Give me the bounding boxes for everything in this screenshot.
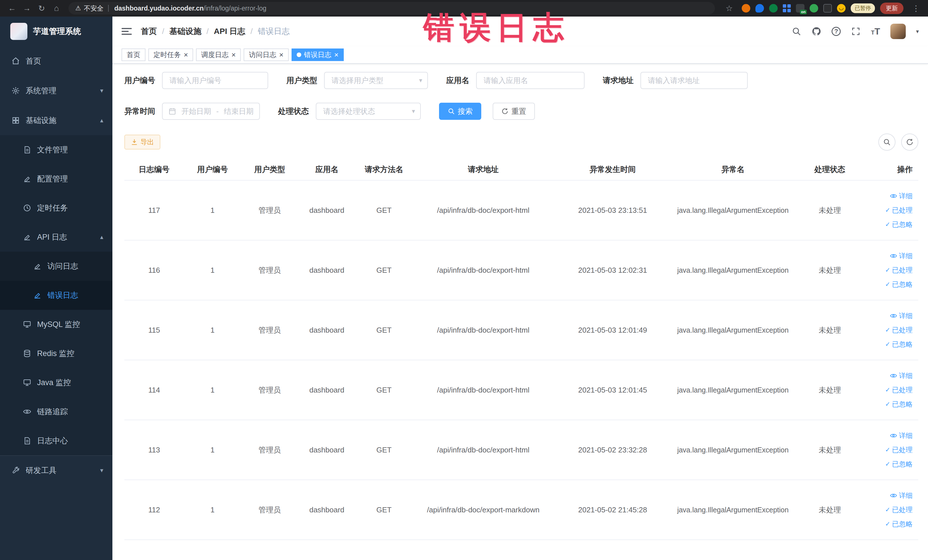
sidebar-item-tracing[interactable]: 链路追踪 [0, 397, 112, 426]
monitor-icon [23, 378, 31, 387]
check-icon: ✓ [885, 327, 890, 333]
github-icon[interactable] [812, 26, 821, 36]
help-icon[interactable]: ? [832, 27, 841, 36]
sidebar-item-log-center[interactable]: 日志中心 [0, 426, 112, 455]
extension-red-icon[interactable] [742, 4, 750, 12]
tab-home[interactable]: 首页 [122, 49, 145, 61]
browser-menu-icon[interactable]: ⋮ [908, 4, 923, 13]
tab-error-log[interactable]: 错误日志× [292, 49, 344, 61]
sidebar-item-dev-tools[interactable]: 研发工具 ▾ [0, 455, 112, 485]
tab-scheduler-log[interactable]: 调度日志× [196, 49, 241, 61]
extension-green-v-icon[interactable] [769, 4, 778, 12]
breadcrumb-item-home[interactable]: 首页 [141, 26, 157, 37]
sidebar-toggle-icon[interactable] [122, 28, 132, 35]
extension-on-badge-icon[interactable]: on [796, 4, 804, 12]
user-type-select[interactable] [324, 72, 428, 89]
fullscreen-icon[interactable] [851, 26, 861, 36]
extension-blue-drop-icon[interactable] [756, 4, 764, 12]
browser-update-button[interactable]: 更新 [880, 3, 904, 14]
mark-processed-link[interactable]: ✓已处理 [885, 445, 913, 455]
reset-button[interactable]: 重置 [493, 103, 535, 120]
bookmark-star-icon[interactable]: ☆ [722, 4, 737, 13]
cell-url: /api/infra/db-doc/export-html [412, 360, 554, 420]
font-size-icon[interactable]: TT [871, 26, 880, 37]
close-icon[interactable]: × [184, 51, 188, 58]
tab-scheduled-jobs[interactable]: 定时任务× [148, 49, 193, 61]
sidebar-label: 基础设施 [26, 115, 56, 125]
user-avatar[interactable] [890, 24, 906, 39]
tab-access-log[interactable]: 访问日志× [244, 49, 288, 61]
toggle-search-button[interactable] [878, 134, 896, 151]
mark-processed-link[interactable]: ✓已处理 [885, 505, 913, 514]
mark-processed-link[interactable]: ✓已处理 [885, 385, 913, 395]
export-button[interactable]: 导出 [124, 135, 160, 150]
sidebar-item-mysql-monitor[interactable]: MySQL 监控 [0, 310, 112, 339]
close-icon[interactable]: × [279, 51, 283, 58]
detail-link[interactable]: 详细 [890, 311, 913, 320]
search-icon[interactable] [792, 26, 801, 36]
detail-link[interactable]: 详细 [890, 491, 913, 500]
sidebar-label: API 日志 [37, 232, 67, 242]
detail-link[interactable]: 详细 [890, 191, 913, 201]
refresh-table-button[interactable] [901, 134, 918, 151]
paused-badge[interactable]: 已暂停 [851, 3, 875, 13]
extension-grid-icon[interactable] [783, 4, 791, 12]
mark-processed-link[interactable]: ✓已处理 [885, 325, 913, 335]
mark-ignored-link[interactable]: ✓已忽略 [885, 400, 913, 409]
app-title: 芋道管理系统 [33, 26, 81, 37]
cell-method: GET [356, 300, 412, 360]
extension-green-icon[interactable] [810, 4, 818, 12]
sidebar-item-api-logs[interactable]: API 日志 ▴ [0, 223, 112, 252]
app-name-input[interactable] [476, 72, 585, 89]
browser-home-icon[interactable]: ⌂ [49, 4, 64, 13]
cell-app-name: dashboard [298, 360, 355, 420]
mark-ignored-link[interactable]: ✓已忽略 [885, 220, 913, 229]
sidebar-item-java-monitor[interactable]: Java 监控 [0, 368, 112, 397]
browser-back-icon[interactable]: ← [5, 4, 20, 13]
sidebar-item-redis-monitor[interactable]: Redis 监控 [0, 339, 112, 368]
mark-ignored-link[interactable]: ✓已忽略 [885, 340, 913, 349]
column-header-user-type: 用户类型 [241, 159, 298, 180]
date-range-picker[interactable]: 开始日期 - 结束日期 [162, 103, 260, 120]
sidebar-item-infrastructure[interactable]: 基础设施 ▴ [0, 105, 112, 135]
close-icon[interactable]: × [231, 51, 236, 58]
browser-reload-icon[interactable]: ↻ [34, 4, 49, 13]
extension-smiley-icon[interactable] [837, 4, 846, 12]
detail-link[interactable]: 详细 [890, 371, 913, 380]
sidebar-item-config-mgmt[interactable]: 配置管理 [0, 164, 112, 194]
breadcrumb-item-api-logs[interactable]: API 日志 [214, 26, 245, 37]
request-url-input[interactable] [640, 72, 748, 89]
sidebar-item-file-mgmt[interactable]: 文件管理 [0, 135, 112, 164]
chevron-up-icon: ▴ [100, 117, 103, 124]
check-icon: ✓ [885, 507, 890, 513]
sidebar-item-system-mgmt[interactable]: 系统管理 ▾ [0, 76, 112, 105]
mark-processed-link[interactable]: ✓已处理 [885, 266, 913, 275]
user-id-input[interactable] [162, 72, 268, 89]
mark-processed-link[interactable]: ✓已处理 [885, 206, 913, 215]
cell-user-type: 管理员 [241, 360, 298, 420]
extension-pinwheel-icon[interactable] [823, 4, 832, 12]
breadcrumb-item-infrastructure[interactable]: 基础设施 [169, 26, 201, 37]
detail-link[interactable]: 详细 [890, 251, 913, 261]
mark-ignored-link[interactable]: ✓已忽略 [885, 519, 913, 529]
sidebar-item-error-log[interactable]: 错误日志 [0, 281, 112, 310]
sidebar-item-home[interactable]: 首页 [0, 46, 112, 76]
eye-icon [890, 252, 897, 259]
sidebar-item-access-log[interactable]: 访问日志 [0, 252, 112, 281]
browser-address-bar[interactable]: ⚠ 不安全 dashboard.yudao.iocoder.cn/infra/l… [69, 2, 715, 15]
close-icon[interactable]: × [334, 51, 339, 58]
breadcrumb-item-current: 错误日志 [258, 26, 290, 37]
browser-forward-icon[interactable]: → [20, 4, 34, 13]
app-logo[interactable]: 芋道管理系统 [0, 17, 112, 46]
process-status-select[interactable] [316, 103, 421, 120]
eye-icon [890, 192, 897, 200]
search-button[interactable]: 搜索 [439, 103, 481, 120]
mark-ignored-link[interactable]: ✓已忽略 [885, 280, 913, 289]
sidebar-item-scheduled-jobs[interactable]: 定时任务 [0, 194, 112, 223]
check-icon: ✓ [885, 341, 890, 348]
mark-ignored-link[interactable]: ✓已忽略 [885, 459, 913, 469]
chevron-down-icon: ▾ [100, 467, 103, 474]
avatar-caret-icon[interactable]: ▾ [916, 28, 919, 35]
security-warning-label: 不安全 [84, 4, 104, 13]
detail-link[interactable]: 详细 [890, 431, 913, 440]
